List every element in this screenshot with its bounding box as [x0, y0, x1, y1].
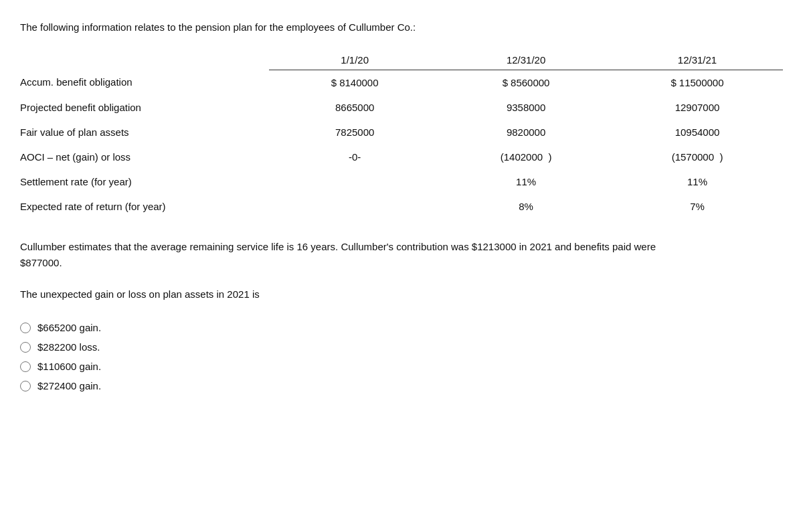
radio-opt4[interactable]	[20, 381, 31, 391]
row-1-col1: 8665000	[269, 95, 440, 120]
row-4-col2: 11%	[440, 169, 612, 194]
row-0-col1: $8140000	[269, 70, 440, 95]
row-5-col2: 8%	[440, 194, 612, 219]
options-list: $665200 gain.$282200 loss.$110600 gain.$…	[20, 322, 783, 391]
row-3-col1: -0-	[269, 145, 440, 169]
row-label: Settlement rate (for year)	[20, 169, 269, 194]
table-row: Settlement rate (for year)11%11%	[20, 169, 783, 194]
table-row: Accum. benefit obligation$8140000$856000…	[20, 70, 783, 95]
row-1-col2: 9358000	[440, 95, 612, 120]
row-0-col3: $11500000	[612, 70, 783, 95]
row-3-col3: (1570000 )	[612, 145, 783, 169]
row-5-col1	[269, 194, 440, 219]
col-header-2: 12/31/20	[440, 54, 612, 70]
pension-table: 1/1/20 12/31/20 12/31/21 Accum. benefit …	[20, 54, 783, 219]
radio-opt3[interactable]	[20, 361, 31, 372]
option-opt4: $272400 gain.	[20, 380, 783, 391]
row-label: Accum. benefit obligation	[20, 70, 269, 95]
table-row: Fair value of plan assets782500098200001…	[20, 120, 783, 145]
option-opt3: $110600 gain.	[20, 361, 783, 372]
label-opt2[interactable]: $282200 loss.	[37, 341, 100, 353]
radio-opt2[interactable]	[20, 342, 31, 353]
question-text: The unexpected gain or loss on plan asse…	[20, 287, 783, 302]
row-label: Fair value of plan assets	[20, 120, 269, 145]
label-opt4[interactable]: $272400 gain.	[37, 380, 101, 391]
option-opt1: $665200 gain.	[20, 322, 783, 333]
row-2-col3: 10954000	[612, 120, 783, 145]
intro-text: The following information relates to the…	[20, 20, 783, 35]
col-header-label	[20, 54, 269, 70]
summary-text: Cullumber estimates that the average rem…	[20, 239, 662, 271]
label-opt1[interactable]: $665200 gain.	[37, 322, 101, 333]
table-row: Projected benefit obligation866500093580…	[20, 95, 783, 120]
option-opt2: $282200 loss.	[20, 341, 783, 353]
radio-opt1[interactable]	[20, 323, 31, 333]
row-2-col2: 9820000	[440, 120, 612, 145]
row-3-col2: (1402000 )	[440, 145, 612, 169]
row-5-col3: 7%	[612, 194, 783, 219]
col-header-1: 1/1/20	[269, 54, 440, 70]
row-label: Expected rate of return (for year)	[20, 194, 269, 219]
row-2-col1: 7825000	[269, 120, 440, 145]
row-label: AOCI – net (gain) or loss	[20, 145, 269, 169]
row-label: Projected benefit obligation	[20, 95, 269, 120]
row-0-col2: $8560000	[440, 70, 612, 95]
table-row: Expected rate of return (for year)8%7%	[20, 194, 783, 219]
row-1-col3: 12907000	[612, 95, 783, 120]
col-header-3: 12/31/21	[612, 54, 783, 70]
row-4-col3: 11%	[612, 169, 783, 194]
label-opt3[interactable]: $110600 gain.	[37, 361, 101, 372]
row-4-col1	[269, 169, 440, 194]
table-row: AOCI – net (gain) or loss-0-(1402000 )(1…	[20, 145, 783, 169]
